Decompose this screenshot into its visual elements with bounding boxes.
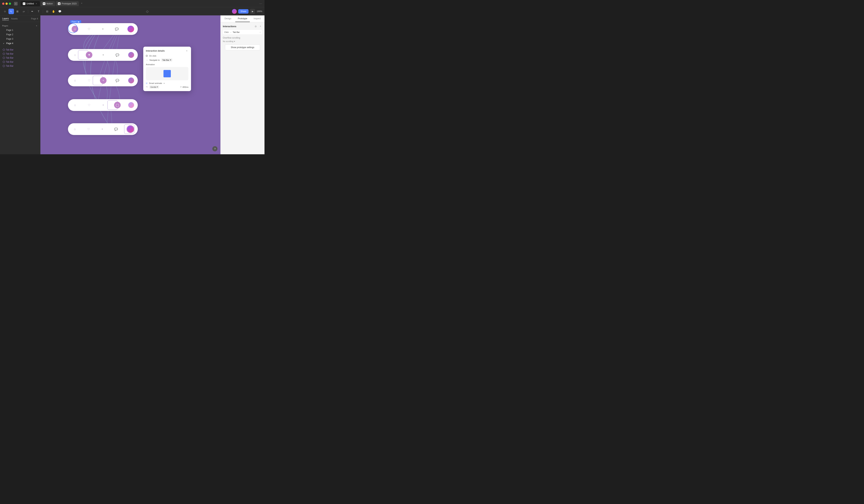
remove-interaction-button[interactable]: − [260,31,261,33]
clock-icon: ⏱ [180,86,182,88]
duration-display[interactable]: ⏱ 400ms [180,86,189,88]
target-icon-button[interactable]: ◎ [254,24,257,28]
select-tool-button[interactable]: ↖ [9,9,14,14]
profile-tab-icon-4[interactable] [128,102,134,108]
home-tab-icon-1[interactable]: ⌂ [72,26,78,32]
close-window-button[interactable] [2,3,4,5]
layer-item-tabbar-3[interactable]: Tab Bar [0,56,40,60]
comment-tool-button[interactable]: 💬 [57,9,62,14]
chat-tab-icon-1[interactable]: 💬 [113,26,120,32]
tab-prototype2023[interactable]: ▣ Prototype 2023 [56,1,79,6]
layer-item-tabbar-1[interactable]: Tab Bar [0,48,40,52]
profile-tab-icon-1[interactable] [128,26,134,32]
help-button[interactable]: ? [212,146,217,151]
profile-tab-icon-3[interactable] [128,77,134,83]
plus-tab-icon-2[interactable]: + [100,52,107,58]
chat-tab-icon-3[interactable]: 💬 [114,77,121,84]
tab-bar-4[interactable]: ⌂ ♡ + ◯ [68,99,138,111]
panel-tab-page4[interactable]: Page 4 [31,17,38,20]
inspect-tab[interactable]: Inspect [250,15,264,22]
heart-tab-icon-3[interactable]: ♡ [86,77,92,84]
add-interaction-button[interactable]: + [259,24,262,28]
easing-button[interactable]: Gentle ▾ [149,85,159,88]
trigger-circle-icon [146,55,148,57]
plus-tab-icon-1[interactable]: + [99,26,106,32]
share-button[interactable]: Share [238,9,249,14]
heart-tab-icon-2[interactable]: ♥ [86,52,92,58]
hand-tool-button[interactable]: ✋ [51,9,56,14]
home-tab-icon-3[interactable]: ⌂ [72,77,78,84]
popup-close-button[interactable]: × [185,49,189,52]
tab-bar-3[interactable]: ⌂ ♡ + 💬 [68,75,138,86]
popup-easing-options: 〜 Gentle ▾ ⏱ 400ms [146,85,189,88]
user-avatar [232,9,237,14]
animation-preview-square [164,70,171,77]
shape-tool-button[interactable]: ▱ [21,9,26,14]
home-tab-icon-2[interactable]: ⌂ [72,52,78,58]
more-options-button[interactable]: ··· [259,2,262,5]
panel-tab-assets[interactable]: Assets [11,17,17,20]
pen-tool-button[interactable]: ✒ [29,9,35,14]
preview-play-button[interactable]: ▶ [250,9,255,14]
toolbar-separator [28,10,28,13]
pages-header: Pages + [0,24,40,28]
heart-tab-icon-5[interactable]: ♡ [85,126,92,132]
profile-tab-icon-2[interactable] [128,52,134,58]
heart-tab-icon-4[interactable]: ♡ [86,102,92,108]
add-page-button[interactable]: + [35,24,38,27]
prototype-tab[interactable]: Prototype [235,15,250,22]
tab-bar-5[interactable]: ⌂ ♡ + 💬 [68,123,138,135]
text-tool-button[interactable]: T [36,9,41,14]
chat-tab-icon-5[interactable]: 💬 [113,126,119,132]
toolbar: ⊹ ↖ ⊞ ▱ ✒ T ⊟ ✋ 💬 ◇ Share ▶ 186% [0,7,264,15]
move-tool-button[interactable]: ⊹ [2,9,8,14]
interactions-icons: ◎ + [254,24,262,28]
interaction-row[interactable]: Click → Tab Bar − [223,30,262,34]
tab-bar-2[interactable]: ⌂ ♥ + 💬 [68,49,138,61]
home-button[interactable]: ⌂ [14,2,17,5]
layer-diamond-icon [3,61,5,63]
zoom-level-display[interactable]: 186% [256,10,262,13]
overflow-value[interactable]: No scrolling ▾ [223,40,262,43]
tab-bar-1[interactable]: ⌂ ♡ + 💬 [68,23,138,35]
layer-item-tabbar-5[interactable]: Tab Bar [0,64,40,68]
tabs: F Untitled × N Notion ▣ Prototype 2023 + [21,1,84,6]
fullscreen-window-button[interactable] [9,3,11,5]
tab-notion[interactable]: N Notion [40,1,55,6]
canvas[interactable]: Flow 1 ▶ [40,15,220,154]
design-tab[interactable]: Design [220,15,235,22]
page-item-page2[interactable]: Page 2 [0,32,40,37]
tab-untitled[interactable]: F Untitled × [21,1,40,6]
easing-label: Gentle [151,86,156,88]
flow-label[interactable]: Flow 1 ▶ [70,20,81,23]
flow-arrow-icon: ▶ [78,21,80,23]
plus-tab-icon-3[interactable]: + [100,77,107,84]
home-tab-icon-5[interactable]: ⌂ [71,126,78,132]
heart-tab-icon-1[interactable]: ♡ [86,26,92,32]
titlebar-right: ··· [259,2,262,5]
chat-tab-icon-2[interactable]: 💬 [114,52,121,58]
panel-tab-layers[interactable]: Layers [2,17,9,20]
page-item-page3[interactable]: Page 3 [0,37,40,41]
popup-target-label: Tab Bar [163,59,169,61]
add-tab-button[interactable]: + [80,1,84,5]
show-prototype-settings-button[interactable]: Show prototype settings [225,45,260,50]
home-tab-icon-4[interactable]: ⌂ [72,102,78,108]
easing-icon: 〜 [146,86,148,88]
tab-close-button[interactable]: × [35,2,38,5]
layer-item-tabbar-2[interactable]: Tab Bar [0,52,40,56]
plus-tab-icon-5[interactable]: + [99,126,106,132]
smart-animate-chevron-icon: ▾ [164,82,165,84]
plus-tab-icon-4[interactable]: + [100,102,107,108]
layer-diamond-icon [3,57,5,59]
minimize-window-button[interactable] [5,3,8,5]
page-item-page4[interactable]: ✓ Page 4 [0,41,40,46]
grid-tool-button[interactable]: ⊟ [45,9,50,14]
chat-tab-icon-4[interactable]: ◯ [114,102,121,108]
page-item-page1[interactable]: Page 1 [0,28,40,32]
profile-tab-icon-5-active[interactable] [127,125,134,133]
popup-target-button[interactable]: Tab Bar ▾ [161,58,172,61]
interaction-trigger: Click [224,31,229,33]
frame-tool-button[interactable]: ⊞ [15,9,20,14]
layer-item-tabbar-4[interactable]: Tab Bar [0,60,40,64]
